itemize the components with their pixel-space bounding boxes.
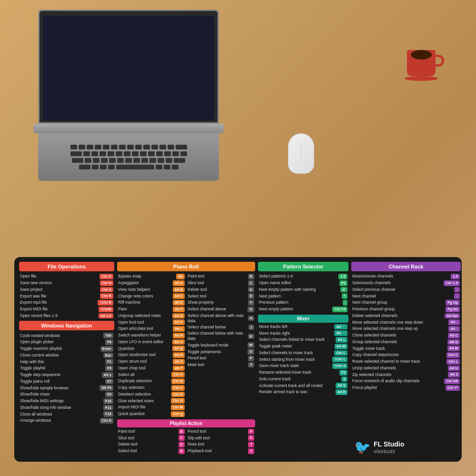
cs-item: Toggle keyboard modeM bbox=[187, 342, 255, 348]
cs-item: Force restretch of audio clip channelsCt… bbox=[351, 378, 461, 385]
cs-item: Select channel aboveG bbox=[187, 306, 255, 313]
laptop-screen-inner bbox=[43, 16, 214, 120]
cs-item: Next empty patternCtrl F4 bbox=[258, 306, 348, 313]
laptop bbox=[29, 10, 228, 190]
cs-item: Deselect selectionCtrl D bbox=[117, 391, 186, 398]
cs-item: Import MIDI fileCtrl M bbox=[117, 404, 186, 411]
piano-roll-content: Bypass snapAlt ArpeggiatorAlt A View not… bbox=[117, 273, 255, 417]
pattern-selector-header: Pattern Selector bbox=[258, 262, 348, 271]
cs-item: Toggle playlist F5 bbox=[19, 365, 114, 372]
cs-item: Rename selected mixer trackF2 bbox=[258, 369, 348, 376]
cs-item: Open strum toolAlt S bbox=[117, 358, 186, 365]
cs-item: Bypass snapAlt bbox=[117, 273, 186, 280]
cs-item: Show/hide song info window F11 bbox=[19, 405, 114, 411]
mouse-scroll-wheel bbox=[301, 143, 301, 158]
cs-item: Select starting from mixer track†Ctrl L bbox=[258, 356, 348, 363]
cs-item: Quick quantizeCtrl Q bbox=[117, 411, 186, 417]
cs-item: Move selected channels one step upAlt ↑ bbox=[351, 326, 461, 332]
cs-item: Move tracks leftAlt ← bbox=[258, 324, 348, 330]
cup-saucer bbox=[405, 76, 438, 81]
cs-item: Select channel below with note dataK bbox=[187, 330, 255, 342]
cs-item: Activate current track and all routedAlt… bbox=[258, 382, 348, 389]
cs-item: Solo current trackS bbox=[258, 376, 348, 383]
file-operations-header: File Operations bbox=[19, 262, 114, 271]
cs-item: Next channel groupPg Up bbox=[351, 299, 461, 306]
fl-logo-text-block: FL Studio shortcuts bbox=[374, 440, 404, 454]
cup-body bbox=[407, 50, 436, 76]
cs-item: Select channels to mixer trackCtrl L bbox=[258, 350, 348, 357]
cs-item: Zip selected channelsAlt Z bbox=[351, 371, 461, 378]
cs-item: Toggle portamentoO bbox=[187, 348, 255, 355]
cs-item: Riff machineAlt E bbox=[117, 299, 186, 306]
section-channel-rack: Channel Rack Mute/unmute channels1-9 Sol… bbox=[351, 262, 461, 457]
cs-item: Show/hide mixer F9 bbox=[19, 391, 114, 398]
cs-item: Export wav file Ctrl R bbox=[19, 293, 114, 299]
cs-item: Previous pattern- bbox=[258, 299, 348, 306]
cheatsheet: File Operations Open file Ctrl O Save ne… bbox=[14, 257, 462, 462]
cs-item: Paint toolB bbox=[187, 273, 255, 280]
bird-icon: 🐦 bbox=[354, 439, 371, 455]
playlist-left: Paint toolB Slice toolC Delete toolD Sel… bbox=[117, 428, 186, 455]
cs-item: Show/hide MIDI settings F10 bbox=[19, 398, 114, 405]
cs-item: Select allCtrl A bbox=[117, 371, 186, 378]
cs-item: Open randomize toolAlt R bbox=[117, 352, 186, 358]
cs-item: Move selected channels one step downAlt … bbox=[351, 319, 461, 326]
cs-item: Close all windows F12 bbox=[19, 411, 114, 417]
cs-item: Cycle nested windows Tab bbox=[19, 332, 114, 339]
cs-item: Help with this F1 bbox=[19, 358, 114, 365]
cs-item: Playback toolY bbox=[187, 448, 255, 455]
cs-item: Mute toolT bbox=[187, 362, 255, 368]
cs-item: Open file Ctrl O bbox=[19, 273, 114, 280]
cs-item: Copy selectionCtrl C bbox=[117, 385, 186, 391]
cs-item: Select channels linked to mixer trackAlt… bbox=[258, 337, 348, 343]
cs-item: Open name editorF2 bbox=[258, 280, 348, 287]
mixer-header: Mixer bbox=[258, 315, 348, 323]
laptop-keyboard bbox=[38, 133, 219, 181]
cs-item: Next pattern+ bbox=[258, 293, 348, 299]
cs-item: Export mp3 file †Ctrl R bbox=[19, 299, 114, 306]
cs-item: Save project Ctrl S bbox=[19, 287, 114, 293]
cup-handle bbox=[436, 55, 444, 67]
cs-item: Duplicate selectionCtrl B bbox=[117, 378, 186, 385]
cs-item: Open recent files 1-9 Alt 1-9 bbox=[19, 313, 114, 319]
cs-item: Toggle step sequencer Alt 1 bbox=[19, 372, 114, 378]
cs-item: Export MIDI file †CtrlM bbox=[19, 306, 114, 313]
piano-right-col: Paint toolB Slice toolC Delete toolD Sel… bbox=[187, 273, 255, 417]
cs-item: Mute toolT bbox=[187, 441, 255, 448]
cs-item: Select toolE bbox=[117, 448, 186, 455]
cs-item: Render armed track to wavAlt R bbox=[258, 389, 348, 396]
cs-item: Delete selected channelsAlt Del bbox=[351, 313, 461, 319]
cs-item: Open plugin picker F8 bbox=[19, 339, 114, 346]
cs-item: Delete toolD bbox=[117, 441, 186, 448]
fl-studio-subtext: shortcuts bbox=[374, 448, 404, 454]
cs-item: Select toolE bbox=[187, 293, 255, 299]
cs-item: Close current window Esc bbox=[19, 352, 114, 359]
cs-item: Slice toolC bbox=[187, 280, 255, 287]
coffee-cup bbox=[405, 48, 438, 79]
cs-item: Toggle peak meterAlt W bbox=[258, 343, 348, 350]
cs-item: Show propertyF bbox=[187, 299, 255, 306]
cs-item: Solo/unsolo channelsCtrl 1-9 bbox=[351, 280, 461, 287]
cs-item: FlamAlt F bbox=[117, 306, 186, 313]
cs-item: Mute/unmute channels1-9 bbox=[351, 273, 461, 280]
fl-studio-logo: 🐦 FL Studio shortcuts bbox=[351, 437, 407, 457]
playlist-right: Pencil toolP Slip edit toolS Mute toolT … bbox=[187, 428, 255, 455]
playlist-action-header: Playlist Action bbox=[117, 419, 255, 427]
section-pattern-mixer: Pattern Selector Select patterns 1-91-9 … bbox=[258, 262, 348, 457]
cs-item: Select previous channel↑ bbox=[351, 287, 461, 293]
desk-background: File Operations Open file Ctrl O Save ne… bbox=[0, 0, 476, 476]
cs-item: Copy channel steps/scoreCtrl C bbox=[351, 352, 461, 358]
cs-item: Ungroup selected notesAlt G bbox=[117, 313, 186, 319]
piano-left-col: Bypass snapAlt ArpeggiatorAlt A View not… bbox=[117, 273, 186, 417]
cs-item: Save new version Ctrl N bbox=[19, 280, 114, 287]
cs-item: Slice toolC bbox=[117, 435, 186, 441]
mouse bbox=[288, 133, 314, 174]
cs-item: Focus playlistCtrl ↵ bbox=[351, 385, 461, 391]
cs-item: Pencil toolP bbox=[187, 428, 255, 435]
cs-item: Show/hide sample browser Alt F8 bbox=[19, 385, 114, 391]
cs-item: Previous channel groupPg Dn bbox=[351, 306, 461, 313]
piano-roll-header: Piano Roll bbox=[117, 262, 255, 271]
cs-item: Slip edit toolS bbox=[187, 435, 255, 441]
cs-item: QuantizeAlt Q bbox=[117, 345, 186, 352]
cs-item: Paint toolB bbox=[117, 428, 186, 435]
